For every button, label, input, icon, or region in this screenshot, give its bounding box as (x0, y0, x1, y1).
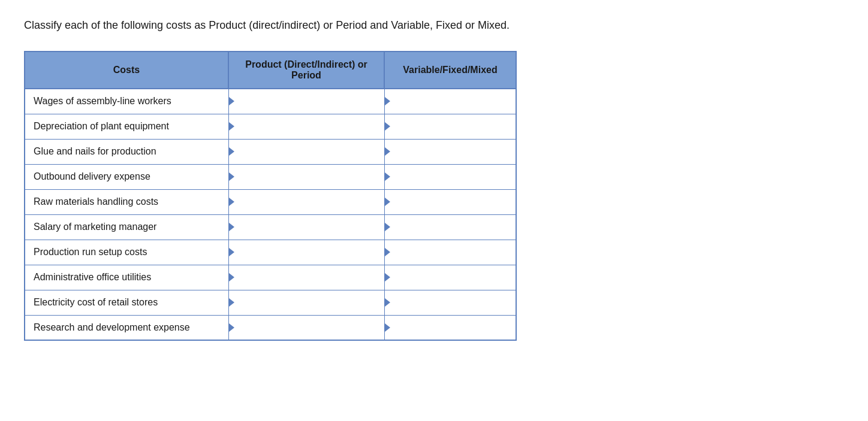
product-period-cell[interactable] (228, 139, 384, 164)
table-wrapper: Costs Product (Direct/Indirect) or Perio… (24, 51, 517, 341)
variable-fixed-mixed-cell[interactable] (384, 265, 516, 290)
cost-cell: Salary of marketing manager (25, 214, 228, 240)
product-period-cell[interactable] (228, 240, 384, 265)
cost-cell: Research and development expense (25, 315, 228, 340)
table-row: Glue and nails for production (25, 139, 516, 164)
table-row: Electricity cost of retail stores (25, 290, 516, 315)
product-period-cell[interactable] (228, 265, 384, 290)
header-variable-fixed-mixed: Variable/Fixed/Mixed (384, 52, 516, 89)
cost-cell: Electricity cost of retail stores (25, 290, 228, 315)
product-period-cell[interactable] (228, 315, 384, 340)
variable-fixed-mixed-cell[interactable] (384, 240, 516, 265)
classification-table: Costs Product (Direct/Indirect) or Perio… (24, 51, 517, 341)
product-period-cell[interactable] (228, 214, 384, 240)
variable-fixed-mixed-cell[interactable] (384, 89, 516, 114)
variable-fixed-mixed-cell[interactable] (384, 290, 516, 315)
table-row: Production run setup costs (25, 240, 516, 265)
variable-fixed-mixed-cell[interactable] (384, 315, 516, 340)
table-row: Depreciation of plant equipment (25, 114, 516, 139)
cost-cell: Production run setup costs (25, 240, 228, 265)
variable-fixed-mixed-cell[interactable] (384, 164, 516, 189)
variable-fixed-mixed-cell[interactable] (384, 189, 516, 214)
cost-cell: Outbound delivery expense (25, 164, 228, 189)
cost-cell: Wages of assembly-line workers (25, 89, 228, 114)
variable-fixed-mixed-cell[interactable] (384, 139, 516, 164)
table-row: Wages of assembly-line workers (25, 89, 516, 114)
header-product-period: Product (Direct/Indirect) or Period (228, 52, 384, 89)
product-period-cell[interactable] (228, 290, 384, 315)
product-period-cell[interactable] (228, 114, 384, 139)
product-period-cell[interactable] (228, 164, 384, 189)
table-row: Raw materials handling costs (25, 189, 516, 214)
cost-cell: Raw materials handling costs (25, 189, 228, 214)
instruction-text: Classify each of the following costs as … (24, 18, 844, 33)
table-body: Wages of assembly-line workersDepreciati… (25, 89, 516, 340)
cost-cell: Depreciation of plant equipment (25, 114, 228, 139)
table-row: Salary of marketing manager (25, 214, 516, 240)
variable-fixed-mixed-cell[interactable] (384, 214, 516, 240)
variable-fixed-mixed-cell[interactable] (384, 114, 516, 139)
product-period-cell[interactable] (228, 89, 384, 114)
cost-cell: Glue and nails for production (25, 139, 228, 164)
product-period-cell[interactable] (228, 189, 384, 214)
table-row: Outbound delivery expense (25, 164, 516, 189)
table-row: Administrative office utilities (25, 265, 516, 290)
cost-cell: Administrative office utilities (25, 265, 228, 290)
header-costs: Costs (25, 52, 228, 89)
table-header-row: Costs Product (Direct/Indirect) or Perio… (25, 52, 516, 89)
table-row: Research and development expense (25, 315, 516, 340)
